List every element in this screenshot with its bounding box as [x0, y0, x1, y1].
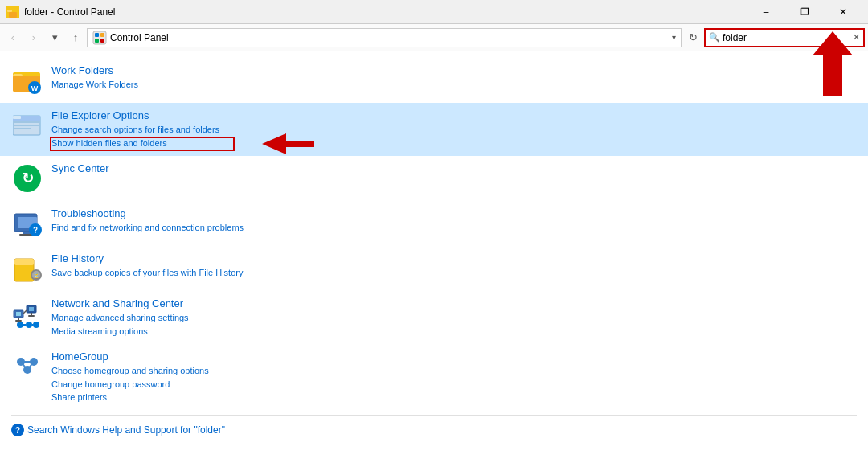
help-search-link[interactable]: ? Search Windows Help and Support for "f…: [11, 424, 225, 436]
work-folders-sub: Manage Work Folders: [51, 78, 857, 92]
fix-networking-link[interactable]: Find and fix networking and connection p…: [51, 221, 857, 235]
title-bar-icon: [6, 6, 19, 18]
close-button[interactable]: ✕: [825, 0, 862, 24]
file-history-title[interactable]: File History: [51, 252, 857, 264]
refresh-button[interactable]: ↻: [683, 28, 702, 47]
change-homegroup-password-link[interactable]: Change homegroup password: [51, 378, 857, 391]
footer-text: Search Windows Help and Support for "fol…: [27, 424, 225, 436]
address-text: Control Panel: [110, 32, 169, 43]
homegroup-title[interactable]: HomeGroup: [51, 350, 857, 363]
address-dropdown-icon: ▾: [672, 33, 676, 42]
svg-text:?: ?: [33, 226, 38, 235]
svg-rect-5: [100, 33, 104, 37]
recent-button[interactable]: ▾: [45, 28, 64, 47]
sync-center-content: Sync Center: [51, 162, 857, 176]
file-explorer-title[interactable]: File Explorer Options: [51, 109, 857, 121]
sync-center-item[interactable]: ↻ Sync Center: [0, 156, 868, 201]
window-controls: – ❐ ✕: [747, 0, 862, 24]
back-button[interactable]: ‹: [3, 28, 23, 47]
homegroup-sub: Choose homegroup and sharing options Cha…: [51, 364, 857, 404]
svg-rect-4: [95, 33, 99, 37]
file-history-icon: ⏳: [11, 252, 43, 285]
manage-work-folders-link[interactable]: Manage Work Folders: [51, 78, 857, 92]
content-area: W Work Folders Manage Work Folders File …: [0, 51, 868, 417]
network-sharing-sub: Manage advanced sharing settings Media s…: [51, 311, 857, 338]
up-button[interactable]: ↑: [66, 28, 85, 47]
work-folders-title[interactable]: Work Folders: [51, 64, 857, 76]
svg-rect-36: [15, 320, 22, 322]
address-bar: ‹ › ▾ ↑ Control Panel ▾ ↻ 🔍 ✕: [0, 24, 868, 51]
minimize-button[interactable]: –: [747, 0, 784, 24]
file-explorer-item[interactable]: File Explorer Options Change search opti…: [0, 103, 868, 156]
search-clear-icon[interactable]: ✕: [853, 32, 860, 43]
search-box[interactable]: 🔍 ✕: [704, 28, 865, 47]
homegroup-content: HomeGroup Choose homegroup and sharing o…: [51, 350, 857, 404]
troubleshooting-sub: Find and fix networking and connection p…: [51, 221, 857, 235]
svg-point-44: [33, 322, 39, 328]
list-item[interactable]: W Work Folders Manage Work Folders: [0, 58, 868, 103]
svg-rect-19: [13, 116, 21, 119]
network-sharing-content: Network and Sharing Center Manage advanc…: [51, 297, 857, 338]
svg-point-42: [17, 322, 23, 328]
homegroup-icon: [11, 350, 43, 383]
file-explorer-sub: Change search options for files and fold…: [51, 123, 857, 150]
manage-advanced-sharing-link[interactable]: Manage advanced sharing settings: [51, 311, 857, 325]
choose-homegroup-link[interactable]: Choose homegroup and sharing options: [51, 364, 857, 378]
svg-line-41: [23, 310, 27, 314]
svg-text:⏳: ⏳: [33, 272, 40, 279]
troubleshooting-content: Troubleshooting Find and fix networking …: [51, 207, 857, 235]
window-title: folder - Control Panel: [24, 6, 747, 18]
show-hidden-files-link[interactable]: Show hidden files and folders: [51, 137, 857, 150]
svg-rect-29: [14, 259, 34, 265]
file-explorer-icon: [11, 109, 43, 141]
change-search-options-link[interactable]: Change search options for files and fold…: [51, 123, 857, 137]
title-bar: folder - Control Panel – ❐ ✕: [0, 0, 868, 24]
footer: ? Search Windows Help and Support for "f…: [11, 424, 225, 436]
save-backup-link[interactable]: Save backup copies of your files with Fi…: [51, 266, 857, 280]
homegroup-item[interactable]: HomeGroup Choose homegroup and sharing o…: [0, 344, 868, 411]
file-history-sub: Save backup copies of your files with Fi…: [51, 266, 857, 280]
media-streaming-link[interactable]: Media streaming options: [51, 325, 857, 338]
svg-rect-40: [28, 315, 35, 317]
network-sharing-icon: [11, 297, 43, 330]
svg-rect-34: [16, 312, 21, 316]
svg-rect-2: [9, 12, 17, 18]
svg-rect-1: [7, 10, 12, 12]
svg-rect-18: [14, 128, 31, 129]
svg-text:↻: ↻: [22, 170, 34, 186]
file-explorer-content: File Explorer Options Change search opti…: [51, 109, 857, 150]
sync-center-icon: ↻: [11, 162, 43, 195]
svg-rect-16: [14, 121, 39, 123]
svg-rect-6: [95, 39, 99, 43]
svg-text:W: W: [31, 84, 39, 92]
svg-point-43: [26, 322, 32, 328]
troubleshooting-icon: ?: [11, 207, 43, 240]
svg-rect-7: [100, 39, 104, 43]
search-icon: 🔍: [709, 32, 720, 43]
forward-button[interactable]: ›: [24, 28, 43, 47]
sync-center-title[interactable]: Sync Center: [51, 162, 857, 174]
address-path[interactable]: Control Panel ▾: [87, 28, 682, 47]
network-sharing-item[interactable]: Network and Sharing Center Manage advanc…: [0, 291, 868, 344]
work-folders-content: Work Folders Manage Work Folders: [51, 64, 857, 92]
work-folders-icon: W: [11, 64, 43, 96]
network-sharing-title[interactable]: Network and Sharing Center: [51, 297, 857, 309]
svg-rect-17: [14, 125, 39, 126]
file-history-content: File History Save backup copies of your …: [51, 252, 857, 280]
help-icon: ?: [11, 424, 24, 436]
share-printers-link[interactable]: Share printers: [51, 391, 857, 404]
restore-button[interactable]: ❐: [786, 0, 823, 24]
troubleshooting-item[interactable]: ? Troubleshooting Find and fix networkin…: [0, 201, 868, 246]
search-input[interactable]: [723, 32, 853, 43]
footer-separator: [11, 415, 857, 416]
file-history-item[interactable]: ⏳ File History Save backup copies of you…: [0, 246, 868, 291]
troubleshooting-title[interactable]: Troubleshooting: [51, 207, 857, 219]
svg-rect-38: [29, 307, 34, 311]
